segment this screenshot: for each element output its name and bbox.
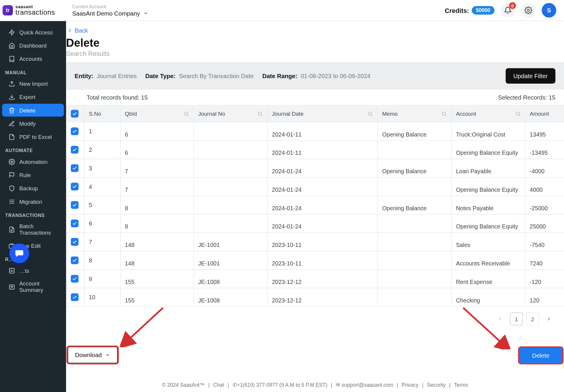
brand-logo[interactable]: tr saasant transactions [0,0,60,21]
sidebar-item-…ts[interactable]: …ts [2,264,64,277]
sidebar-item-modify[interactable]: Modify [2,117,64,130]
cell-qbid: 148 [120,251,194,270]
row-checkbox-cell[interactable] [66,177,84,196]
svg-point-23 [368,112,372,115]
sidebar-item-automation[interactable]: Automation [2,155,64,168]
select-all-checkbox[interactable] [71,110,78,117]
pagination: 1 2 [66,307,564,325]
sidebar-item-new-import[interactable]: New Import [2,77,64,90]
table-row: 1 6 2024-01-11 Opening Balance Truck:Ori… [66,122,564,140]
search-icon[interactable] [184,111,189,116]
cell-journal-date: 2024-01-11 [267,122,377,140]
sidebar-item-label: Quick Access [19,29,53,36]
sidebar-item-batch-transactions[interactable]: Batch Transactions [2,220,64,239]
row-checkbox-cell[interactable] [66,270,84,288]
select-all-header[interactable] [66,105,84,122]
cell-account: Checking [451,288,525,306]
book-icon [8,55,15,62]
col-journal-date[interactable]: Journal Date [267,105,377,122]
cell-memo: Opening Balance [378,122,451,140]
sidebar-item-dashboard[interactable]: Dashboard [2,39,64,52]
user-avatar[interactable]: S [542,3,556,18]
sidebar-item-account-summary[interactable]: Account Summary [2,277,64,296]
cell-qbid: 155 [120,270,194,288]
download-button[interactable]: Download [68,347,118,363]
cell-amount: -25000 [525,196,564,214]
results-table: S.No QbId Journal No Journal Date Memo A… [66,105,564,307]
footer-privacy-link[interactable]: Privacy [402,382,418,388]
col-amount[interactable]: Amount [525,105,564,122]
row-checkbox[interactable] [71,238,78,245]
sidebar-item-pdf-to-excel[interactable]: PDF to Excel [2,130,64,143]
avatar-letter: S [547,7,551,14]
page-prev[interactable] [494,312,506,325]
sidebar-item-quick-access[interactable]: Quick Access [2,26,64,39]
page-next[interactable] [543,312,555,325]
row-checkbox[interactable] [71,256,78,264]
sidebar-section-automate: AUTOMATE [0,144,66,155]
chat-fab[interactable] [9,243,29,263]
col-account[interactable]: Account [451,105,525,122]
update-filter-button[interactable]: Update Filter [506,68,555,84]
row-checkbox[interactable] [71,201,78,209]
sidebar-item-migration[interactable]: Migration [2,195,64,208]
sidebar-item-export[interactable]: Export [2,90,64,103]
sidebar-item-rule[interactable]: Rule [2,169,64,181]
row-checkbox-cell[interactable] [66,214,84,233]
row-checkbox-cell[interactable] [66,196,84,214]
sidebar-item-label: Dashboard [19,42,47,49]
row-checkbox[interactable] [71,275,78,282]
settings-button[interactable] [521,3,536,18]
row-checkbox[interactable] [71,127,78,135]
chevron-left-icon [67,27,73,33]
row-checkbox-cell[interactable] [66,251,84,270]
row-checkbox-cell[interactable] [66,140,84,159]
sidebar-item-accounts[interactable]: Accounts [2,52,64,65]
row-checkbox-cell[interactable] [66,288,84,306]
delete-button[interactable]: Delete [519,348,562,363]
col-sno[interactable]: S.No [84,105,120,122]
daterange-label: Date Range: [262,73,297,79]
col-journal-no[interactable]: Journal No [194,105,267,122]
row-checkbox-cell[interactable] [66,233,84,251]
col-qbid[interactable]: QbId [120,105,194,122]
sidebar-item-delete[interactable]: Delete [2,104,64,117]
sidebar-item-label: PDF to Excel [19,134,52,140]
footer-phone-link[interactable]: +1(619) 377-0977 (9 A.M to 5 P.M EST) [237,382,327,388]
cell-amount: -13495 [525,140,564,159]
page-1[interactable]: 1 [510,312,523,325]
row-checkbox-cell[interactable] [66,122,84,140]
svg-line-24 [371,115,372,116]
sidebar-item-backup[interactable]: Backup [2,182,64,195]
row-checkbox[interactable] [71,164,78,172]
svg-line-20 [187,115,188,116]
svg-point-21 [258,112,261,115]
cell-journal-date: 2024-01-24 [267,214,377,233]
search-icon[interactable] [367,111,373,116]
company-switcher[interactable]: Current Account SaasAnt Demo Company [72,4,149,17]
cell-sno: 6 [84,214,120,233]
bolt-icon [8,29,15,36]
row-checkbox[interactable] [71,183,78,190]
row-checkbox[interactable] [71,293,78,301]
row-checkbox-cell[interactable] [66,159,84,177]
chat-icon [15,249,24,258]
search-icon[interactable] [257,111,263,116]
cell-journal-no: JE-1001 [194,233,267,251]
col-memo[interactable]: Memo [378,105,451,122]
footer-security-link[interactable]: Security [427,382,446,388]
row-checkbox[interactable] [71,146,78,153]
cell-amount: 7240 [525,251,564,270]
notifications-button[interactable]: 0 [501,3,515,18]
search-icon[interactable] [441,111,447,116]
search-icon[interactable] [515,111,521,116]
migrate-icon [8,198,15,205]
page-2[interactable]: 2 [526,312,539,325]
footer-terms-link[interactable]: Terms [454,382,468,388]
footer-email-link[interactable]: support@saasant.com [342,382,393,388]
mail-icon: ✉ [336,382,340,388]
footer-chat-link[interactable]: Chat [213,382,224,388]
cell-sno: 4 [84,177,120,196]
row-checkbox[interactable] [71,220,78,227]
back-link[interactable]: Back [66,27,88,34]
